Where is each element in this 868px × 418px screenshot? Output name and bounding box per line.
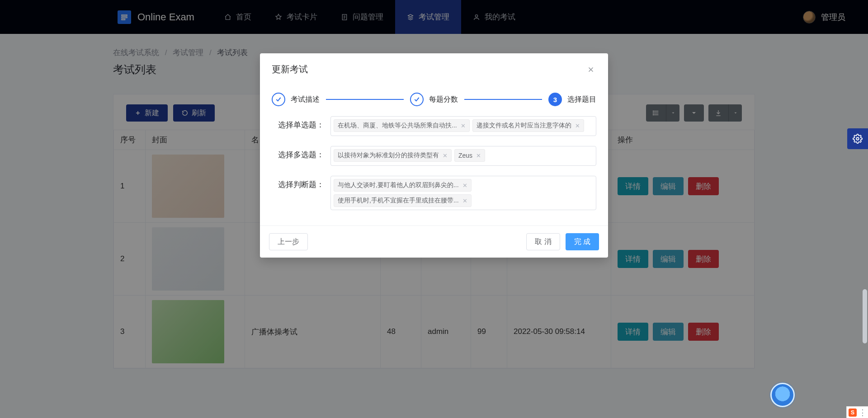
- dev-badge-text: S: [849, 409, 857, 417]
- row-judge: 选择判断题： 与他人交谈时,要盯着他人的双眉到鼻尖的...✕ 使用手机时,手机不…: [272, 176, 596, 210]
- step-number-icon: 3: [548, 93, 562, 106]
- judge-select[interactable]: 与他人交谈时,要盯着他人的双眉到鼻尖的...✕ 使用手机时,手机不宜握在手里或挂…: [330, 176, 596, 210]
- done-button[interactable]: 完 成: [566, 233, 599, 250]
- scrollbar[interactable]: [861, 289, 868, 343]
- multi-tag-1: 以接待对象为标准划分的接待类型有✕: [334, 149, 452, 162]
- step-1: 考试描述: [272, 93, 320, 106]
- dev-badge[interactable]: S ⋮: [846, 406, 868, 418]
- judge-tag-2: 使用手机时,手机不宜握在手里或挂在腰带...✕: [334, 194, 472, 207]
- steps: 考试描述 每题分数 3 选择题目: [272, 85, 596, 116]
- update-exam-dialog: 更新考试 考试描述 每题分数 3 选择题目: [260, 53, 608, 258]
- dialog-title: 更新考试: [272, 63, 308, 75]
- step-line: [464, 99, 542, 100]
- judge-tag-1: 与他人交谈时,要盯着他人的双眉到鼻尖的...✕: [334, 179, 472, 192]
- tag-remove-icon[interactable]: ✕: [461, 122, 466, 129]
- dialog-header: 更新考试: [260, 53, 608, 80]
- settings-fab[interactable]: [847, 128, 868, 149]
- single-tag-2: 递接文件或名片时应当注意字体的✕: [472, 119, 584, 132]
- label-judge: 选择判断题：: [272, 176, 330, 190]
- tag-remove-icon[interactable]: ✕: [443, 152, 448, 159]
- step-2-title: 每题分数: [429, 95, 458, 104]
- prev-button[interactable]: 上一步: [269, 233, 308, 250]
- dialog-footer: 上一步 取 消 完 成: [260, 225, 608, 258]
- row-multi: 选择多选题： 以接待对象为标准划分的接待类型有✕ Zeus✕: [272, 146, 596, 166]
- check-icon: [410, 93, 424, 106]
- tag-remove-icon[interactable]: ✕: [462, 197, 467, 204]
- step-3: 3 选择题目: [548, 93, 596, 106]
- single-tag-1: 在机场、商厦、地铁等公共场所乘自动扶...✕: [334, 119, 470, 132]
- multi-select[interactable]: 以接待对象为标准划分的接待类型有✕ Zeus✕: [330, 146, 596, 166]
- step-3-title: 选择题目: [567, 95, 596, 104]
- tag-remove-icon[interactable]: ✕: [476, 152, 481, 159]
- cancel-button[interactable]: 取 消: [526, 233, 560, 250]
- row-single: 选择单选题： 在机场、商厦、地铁等公共场所乘自动扶...✕ 递接文件或名片时应当…: [272, 116, 596, 136]
- step-1-title: 考试描述: [291, 95, 320, 104]
- dev-badge-dots: ⋮: [859, 409, 867, 417]
- close-icon[interactable]: [585, 64, 596, 75]
- check-icon: [272, 93, 285, 106]
- svg-point-8: [856, 137, 859, 140]
- multi-tag-2: Zeus✕: [454, 149, 485, 162]
- assistant-fab[interactable]: [770, 383, 795, 407]
- single-select[interactable]: 在机场、商厦、地铁等公共场所乘自动扶...✕ 递接文件或名片时应当注意字体的✕: [330, 116, 596, 136]
- tag-remove-icon[interactable]: ✕: [462, 182, 467, 189]
- tag-remove-icon[interactable]: ✕: [575, 122, 580, 129]
- label-single: 选择单选题：: [272, 116, 330, 130]
- gear-icon: [853, 134, 863, 144]
- label-multi: 选择多选题：: [272, 146, 330, 160]
- step-2: 每题分数: [410, 93, 458, 106]
- step-line: [326, 99, 404, 100]
- dialog-body: 考试描述 每题分数 3 选择题目 选择单选题： 在机场、商厦、地铁等公共场所乘自…: [260, 80, 608, 225]
